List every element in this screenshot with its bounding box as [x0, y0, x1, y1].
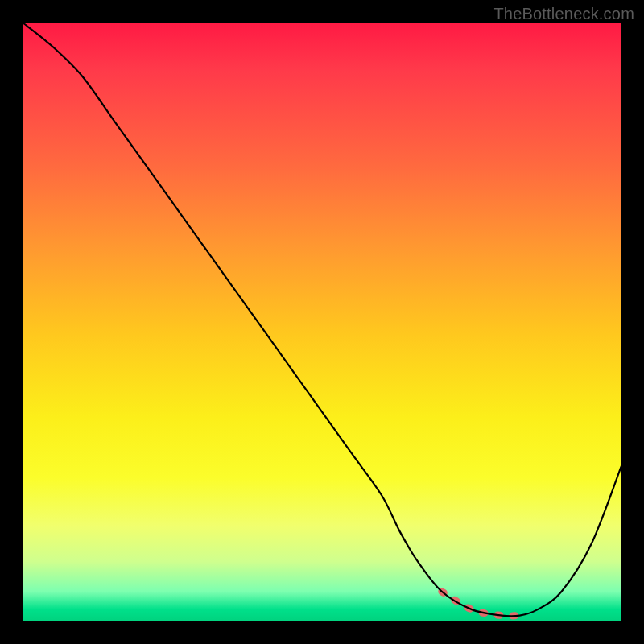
chart-svg [23, 23, 621, 621]
watermark-text: TheBottleneck.com [493, 5, 634, 23]
bottleneck-curve [23, 23, 621, 616]
chart-plot-area [23, 23, 621, 621]
